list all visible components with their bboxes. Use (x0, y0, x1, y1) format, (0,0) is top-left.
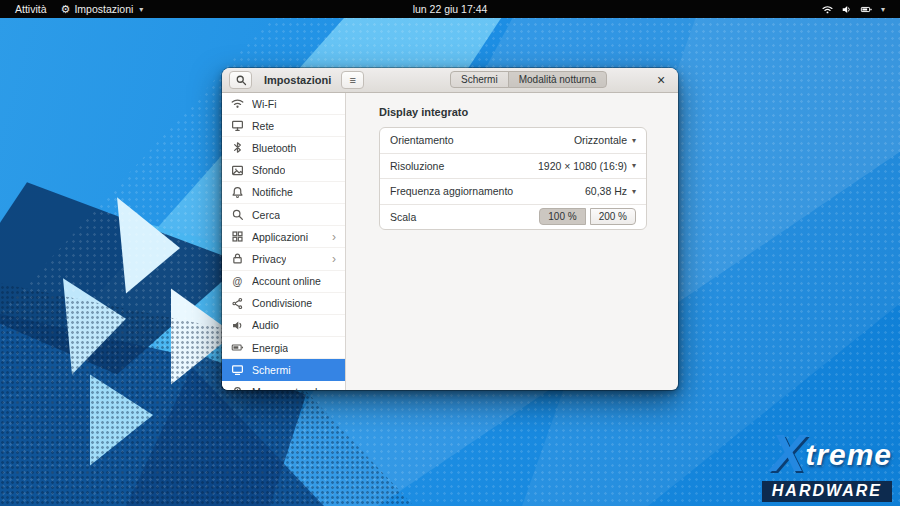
scale-200-button[interactable]: 200 % (590, 208, 636, 225)
network-icon (822, 4, 833, 15)
sidebar-item-condivisione[interactable]: Condivisione (222, 293, 345, 315)
logo-treme: treme (805, 438, 892, 471)
display-settings-card: Orientamento Orizzontale ▾ Risoluzione 1… (379, 127, 647, 230)
sidebar-item-schermi[interactable]: Schermi (222, 359, 345, 381)
sidebar-item-sfondo[interactable]: Sfondo (222, 160, 345, 182)
chevron-right-icon: › (332, 231, 336, 243)
chevron-down-icon: ▾ (881, 5, 885, 14)
chevron-down-icon: ▾ (632, 187, 636, 196)
close-button[interactable]: × (651, 70, 671, 90)
speaker-icon (231, 319, 244, 332)
search-icon (235, 74, 247, 86)
orientamento-dropdown[interactable]: Orizzontale ▾ (574, 134, 636, 146)
volume-icon (841, 4, 852, 15)
app-menu-label: Impostazioni (74, 3, 133, 15)
xtremehardware-logo: Xtreme HARDWARE (762, 427, 892, 502)
display-icon (231, 363, 244, 376)
sidebar-item-mouse-touchpad[interactable]: Mouse e touchpad (222, 381, 345, 390)
sidebar-item-account-online[interactable]: @ Account online (222, 271, 345, 293)
sidebar-item-wifi[interactable]: Wi-Fi (222, 93, 345, 115)
sidebar-item-audio[interactable]: Audio (222, 315, 345, 337)
logo-xtreme: Xtreme (762, 427, 892, 479)
app-menu-button[interactable]: ⚙ Impostazioni ▾ (54, 0, 151, 18)
headerbar: Impostazioni ≡ Schermi Modalità notturna… (222, 68, 678, 93)
search-button[interactable] (229, 71, 252, 89)
sidebar-item-cerca[interactable]: Cerca (222, 204, 345, 226)
activities-button[interactable]: Attività (8, 0, 54, 18)
chevron-down-icon: ▾ (139, 5, 143, 14)
logo-hardware: HARDWARE (762, 481, 892, 502)
bluetooth-icon (231, 141, 244, 154)
frequenza-dropdown[interactable]: 60,38 Hz ▾ (585, 185, 636, 197)
search-icon (231, 208, 244, 221)
desktop: Xtreme HARDWARE Attività ⚙ Impostazioni … (0, 0, 900, 506)
hamburger-icon: ≡ (350, 74, 356, 86)
sidebar-item-rete[interactable]: Rete (222, 115, 345, 137)
apps-grid-icon (231, 230, 244, 243)
system-menu-button[interactable]: ▾ (813, 0, 892, 18)
tab-schermi[interactable]: Schermi (450, 71, 509, 88)
at-icon: @ (231, 276, 244, 287)
clock-button[interactable]: lun 22 giu 17:44 (406, 0, 495, 18)
battery-icon (231, 341, 244, 354)
wifi-icon (231, 97, 244, 110)
sidebar-item-bluetooth[interactable]: Bluetooth (222, 137, 345, 159)
settings-sidebar: Wi-Fi Rete Bluetooth Sfondo Notifiche (222, 93, 346, 390)
background-icon (231, 164, 244, 177)
scale-segmented-control: 100 % 200 % (539, 208, 636, 225)
row-scala: Scala 100 % 200 % (380, 205, 646, 230)
chevron-down-icon: ▾ (632, 161, 636, 170)
share-icon (231, 297, 244, 310)
section-title: Display integrato (379, 106, 678, 118)
sidebar-item-privacy[interactable]: Privacy › (222, 248, 345, 270)
row-frequenza[interactable]: Frequenza aggiornamento 60,38 Hz ▾ (380, 179, 646, 205)
primary-menu-button[interactable]: ≡ (341, 71, 364, 89)
bell-icon (231, 186, 244, 199)
row-orientamento[interactable]: Orientamento Orizzontale ▾ (380, 128, 646, 154)
battery-icon (860, 4, 873, 15)
view-switcher: Schermi Modalità notturna (450, 71, 607, 88)
row-risoluzione[interactable]: Risoluzione 1920 × 1080 (16:9) ▾ (380, 154, 646, 180)
risoluzione-dropdown[interactable]: 1920 × 1080 (16:9) ▾ (538, 160, 636, 172)
settings-window: Impostazioni ≡ Schermi Modalità notturna… (222, 68, 678, 390)
sidebar-item-applicazioni[interactable]: Applicazioni › (222, 226, 345, 248)
chevron-down-icon: ▾ (632, 136, 636, 145)
lock-icon (231, 252, 244, 265)
window-title: Impostazioni (264, 74, 331, 86)
sidebar-item-energia[interactable]: Energia (222, 337, 345, 359)
window-body: Wi-Fi Rete Bluetooth Sfondo Notifiche (222, 93, 678, 390)
panel-content: Display integrato Orientamento Orizzonta… (346, 93, 678, 390)
chevron-right-icon: › (332, 253, 336, 265)
gnome-top-bar: Attività ⚙ Impostazioni ▾ lun 22 giu 17:… (0, 0, 900, 18)
logo-x: X (771, 424, 806, 482)
gear-icon: ⚙ (61, 3, 71, 16)
network-icon (231, 119, 244, 132)
scale-100-button[interactable]: 100 % (539, 208, 585, 225)
tab-modalita-notturna[interactable]: Modalità notturna (508, 71, 607, 88)
mouse-icon (231, 386, 244, 390)
sidebar-item-notifiche[interactable]: Notifiche (222, 182, 345, 204)
